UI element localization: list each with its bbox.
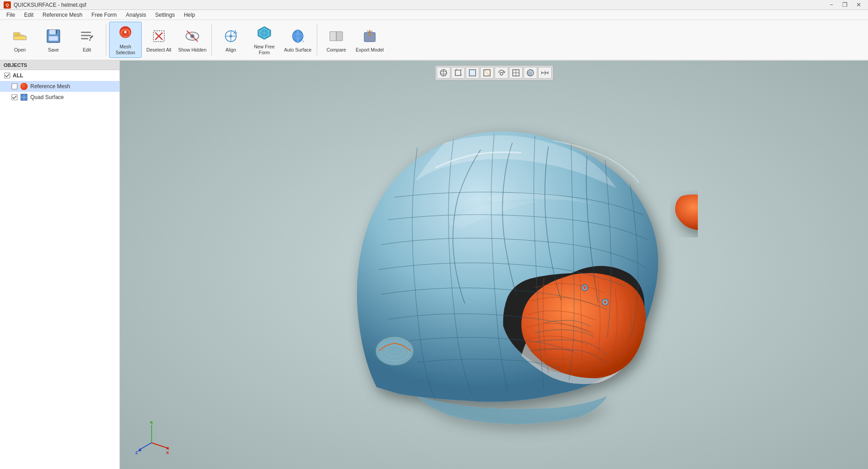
svg-text:Y: Y [149, 420, 153, 425]
mesh-selection-icon [116, 24, 134, 42]
title-bar: Q QUICKSURFACE - helmet.qsf − ❐ ✕ [0, 0, 868, 10]
svg-rect-8 [81, 38, 88, 39]
export-model-label: Export Model [356, 47, 384, 53]
svg-rect-4 [49, 36, 58, 41]
svg-line-64 [139, 443, 152, 450]
vp-btn-wire[interactable] [509, 67, 523, 79]
close-button[interactable]: ✕ [853, 1, 864, 9]
svg-text:Z: Z [135, 450, 138, 455]
svg-point-49 [500, 72, 503, 75]
app-icon: Q [4, 1, 11, 9]
vp-btn-front[interactable] [466, 67, 479, 79]
ref-mesh-label: Reference Mesh [30, 83, 70, 90]
svg-rect-6 [81, 32, 91, 33]
vp-btn-measure[interactable] [538, 67, 552, 79]
compare-icon [327, 27, 345, 45]
vp-btn-box[interactable] [451, 67, 465, 79]
svg-rect-28 [330, 32, 336, 41]
compare-button[interactable]: Compare [320, 22, 353, 58]
menu-edit[interactable]: Edit [19, 10, 38, 20]
new-free-form-icon [255, 24, 273, 42]
save-label: Save [48, 47, 59, 53]
show-hidden-button[interactable]: Show Hidden [176, 22, 209, 58]
save-button[interactable]: Save [37, 22, 70, 58]
svg-point-10 [124, 31, 127, 33]
export-model-button[interactable]: Export Model [353, 22, 386, 58]
svg-rect-7 [81, 35, 91, 36]
title-text: QUICKSURFACE - helmet.qsf [14, 2, 86, 8]
title-bar-controls: − ❐ ✕ [825, 1, 864, 9]
helmet-svg [291, 80, 698, 450]
deselect-all-label: Deselect All [147, 47, 172, 53]
edit-button[interactable]: Edit [71, 22, 103, 58]
objects-list: ALL Reference Mesh [0, 70, 119, 469]
viewport-toolbar [435, 65, 553, 81]
svg-point-60 [604, 301, 606, 303]
svg-line-70 [152, 443, 168, 448]
new-free-form-label: New Free Form [249, 44, 279, 55]
menu-analysis[interactable]: Analysis [121, 10, 151, 20]
menu-settings[interactable]: Settings [151, 10, 179, 20]
tree-item-all[interactable]: ALL [0, 70, 119, 81]
svg-rect-46 [469, 70, 476, 76]
align-icon [222, 27, 240, 45]
left-panel: OBJECTS ALL [0, 61, 120, 469]
svg-text:X: X [166, 450, 169, 455]
menu-free-form[interactable]: Free Form [87, 10, 121, 20]
open-button[interactable]: Open [4, 22, 36, 58]
deselect-all-icon [150, 27, 168, 45]
tree-item-reference-mesh[interactable]: Reference Mesh [0, 81, 119, 92]
separator-3 [317, 24, 317, 56]
all-checkbox-icon [4, 72, 11, 79]
quad-surface-checkbox-icon [11, 94, 18, 101]
menu-file[interactable]: File [2, 10, 19, 20]
compare-label: Compare [326, 47, 346, 53]
helmet-container [120, 61, 868, 469]
viewport[interactable]: Z Y X [120, 61, 868, 469]
auto-surface-icon [289, 27, 307, 45]
ref-mesh-checkbox-icon [11, 83, 18, 90]
menu-help[interactable]: Help [179, 10, 200, 20]
vp-btn-rotate[interactable] [495, 67, 508, 79]
edit-icon [78, 27, 96, 45]
svg-rect-3 [49, 30, 56, 34]
auto-surface-label: Auto Surface [284, 47, 312, 53]
show-hidden-label: Show Hidden [178, 47, 206, 53]
auto-surface-button[interactable]: Auto Surface [281, 22, 314, 58]
ref-mesh-node-icon [20, 82, 28, 90]
title-bar-left: Q QUICKSURFACE - helmet.qsf [4, 1, 86, 9]
open-label: Open [14, 47, 26, 53]
toolbar: Open Save Edit [0, 20, 868, 61]
vp-btn-shade[interactable] [524, 67, 537, 79]
svg-line-44 [461, 69, 462, 70]
svg-rect-1 [14, 36, 26, 40]
svg-point-21 [229, 35, 232, 38]
align-button[interactable]: Align [215, 22, 247, 58]
svg-point-58 [583, 286, 586, 289]
tree-item-quad-surface[interactable]: Quad Surface [0, 92, 119, 103]
main-content: OBJECTS ALL [0, 61, 868, 469]
separator-2 [211, 24, 212, 56]
mesh-selection-button[interactable]: Mesh Selection [109, 22, 142, 58]
quad-surface-node-icon [20, 93, 28, 101]
separator-1 [106, 24, 106, 56]
open-icon [11, 27, 29, 45]
menu-reference-mesh[interactable]: Reference Mesh [38, 10, 87, 20]
coordinate-axes: Z Y X [134, 419, 170, 455]
svg-rect-42 [455, 70, 461, 76]
vp-btn-back[interactable] [480, 67, 494, 79]
vp-btn-sphere[interactable] [437, 67, 450, 79]
deselect-all-button[interactable]: Deselect All [143, 22, 175, 58]
svg-rect-5 [56, 30, 57, 34]
menu-bar: File Edit Reference Mesh Free Form Analy… [0, 10, 868, 20]
export-model-icon [361, 27, 379, 45]
objects-header: OBJECTS [0, 61, 119, 70]
show-hidden-icon [183, 27, 201, 45]
new-free-form-button[interactable]: New Free Form [248, 22, 281, 58]
align-label: Align [225, 47, 236, 53]
restore-button[interactable]: ❐ [839, 1, 851, 9]
minimize-button[interactable]: − [825, 1, 837, 9]
save-icon [44, 27, 62, 45]
edit-label: Edit [83, 47, 91, 53]
svg-rect-33 [12, 84, 17, 89]
